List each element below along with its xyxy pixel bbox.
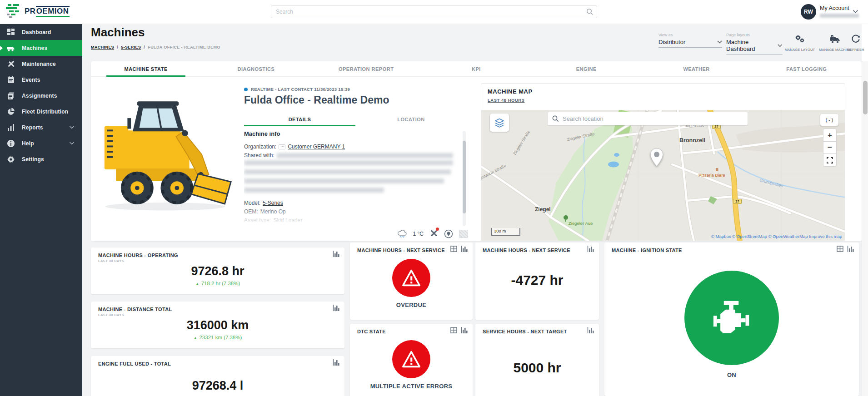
card-title: MACHINE HOURS - NEXT SERVICE [483,248,570,253]
page-layouts-value[interactable]: Machine Dashboard [726,39,783,54]
page-scrollbar[interactable] [862,61,868,396]
road-badge: 27 [733,199,742,204]
organization-link[interactable]: Customer GERMANY 1 [288,143,345,150]
bar-chart-icon[interactable] [333,251,340,257]
card-value: 9726.8 hr [91,264,344,278]
sidebar-item-machines[interactable]: Machines [0,40,82,56]
map-zoom-out-button[interactable]: − [823,141,837,154]
map-scale: 300 m [491,228,520,236]
map-attribution[interactable]: © Mapbox © OpenStreetMap © OpenWeatherMa… [711,234,842,239]
model-row: Model: 5-Series [244,199,461,207]
map-search-box[interactable]: Search location [548,112,748,125]
bar-chart-icon[interactable] [461,327,468,333]
kpi-card-next-service-state: MACHINE HOURS - NEXT SERVICE OVERDUE [350,243,473,320]
map-range-link[interactable]: LAST 48 HOURS [488,98,524,103]
map-marker-pin[interactable] [650,148,663,167]
map-label-town: Bronnzell [679,137,705,144]
gears-icon [794,35,805,44]
sidebar-item-dashboard[interactable]: Dashboard [0,24,82,40]
tab-machine-state[interactable]: MACHINE STATE [91,61,201,76]
table-icon[interactable] [450,327,457,333]
map-label-poi: Pizzeria Biere [698,173,725,178]
bar-chart-icon[interactable] [587,246,594,252]
tab-diagnostics[interactable]: DIAGNOSTICS [201,61,311,76]
map-canvas[interactable]: Jägerhaus Ziegeler Straße Ziegeler Straß… [481,110,845,241]
account-chevron-down-icon[interactable] [853,10,858,14]
tab-fast-logging[interactable]: FAST LOGGING [752,61,862,76]
table-icon[interactable] [837,246,843,252]
refresh-button[interactable]: REFRESH [844,35,867,52]
sidebar-item-settings[interactable]: Settings [0,151,82,167]
sidebar-item-label: Maintenance [22,61,56,67]
location-pin-icon[interactable] [444,229,453,238]
search-icon[interactable] [586,8,594,15]
sidebar-item-label: Settings [22,156,44,163]
tab-engine[interactable]: ENGINE [531,61,641,76]
page-scrollbar-thumb[interactable] [863,81,868,114]
card-status: OVERDUE [350,302,473,308]
tab-kpi[interactable]: KPI [421,61,531,76]
bar-chart-icon[interactable] [847,246,854,252]
sidebar-item-fleet-distribution[interactable]: Fleet Distribution [0,104,82,119]
account-label[interactable]: My Account [820,5,849,11]
asset-type-row: Asset type: Skid Loader [244,217,461,224]
sidebar-item-reports[interactable]: Reports [0,119,82,135]
oem-label: OEM: [244,208,258,215]
sidebar-item-label: Events [22,77,40,83]
card-title: MACHINE HOURS - NEXT SERVICE [357,248,445,253]
map-layers-button[interactable] [490,114,509,132]
weather-rain-icon [397,230,407,238]
dashboard-icon [7,28,15,36]
fullscreen-icon [827,157,833,163]
tab-operation-report[interactable]: OPERATION REPORT [311,61,421,76]
avatar[interactable]: RW [801,4,816,20]
sidebar-item-assignments[interactable]: Assignments [0,88,82,104]
brand-logo[interactable]: PROEMION [5,3,70,20]
sidebar-item-events[interactable]: Events [0,72,82,88]
global-search [271,5,597,18]
search-input[interactable] [271,5,597,18]
view-as-value[interactable]: Distributor [658,39,722,48]
tab-weather[interactable]: WEATHER [641,61,751,76]
manage-layout-button[interactable]: MANAGE LAYOUT [783,35,817,52]
sidebar-item-help[interactable]: Help [0,135,82,151]
service-tools-button[interactable] [429,229,438,239]
map-title: MACHINE MAP [488,88,533,95]
info-icon [7,139,15,148]
map-zoom-in-button[interactable]: + [823,129,837,141]
subtab-location[interactable]: LOCATION [355,112,467,126]
ignition-status-circle [684,271,779,365]
breadcrumb-machines[interactable]: MACHINES [91,45,114,50]
sidebar-item-label: Fleet Distribution [22,109,68,115]
info-scrollbar[interactable] [463,131,466,226]
machine-quick-icons: 1 °C [390,228,468,240]
card-title: MACHINE - DISTANCE TOTAL [98,307,172,312]
map-fullscreen-button[interactable] [823,154,837,167]
kpi-card-service-hours-target: SERVICE HOURS - NEXT TARGET 5000 hr [475,324,599,396]
map-coordinates-button[interactable]: ( - ) [820,114,838,126]
map-search-placeholder: Search location [563,115,604,122]
bar-chart-icon [7,124,15,132]
subtab-details[interactable]: DETAILS [244,112,355,126]
sidebar: Dashboard Machines Maintenance Events As… [0,24,82,396]
bar-chart-icon[interactable] [333,359,340,366]
bar-chart-icon[interactable] [333,305,340,311]
card-delta: ▲23321 km (7.38%) [91,335,344,340]
shared-with-redacted [277,153,453,158]
card-value: 316000 km [91,318,344,332]
refresh-icon [851,35,861,44]
oem-value: Merino Op [260,208,286,215]
bar-chart-icon[interactable] [461,246,468,252]
table-icon[interactable] [450,246,457,252]
model-label: Model: [244,199,260,207]
model-link[interactable]: 5-Series [263,199,283,207]
proemion-logo-icon [5,3,20,20]
info-scrollbar-thumb[interactable] [463,141,466,213]
sidebar-item-maintenance[interactable]: Maintenance [0,56,82,72]
events-icon [7,76,15,84]
brand-wordmark: PROEMION [25,7,70,16]
page-title: Machines [91,25,145,40]
breadcrumb-series[interactable]: 5-SERIES [121,45,141,50]
bar-chart-icon[interactable] [587,327,594,333]
vin-value: I0359739070390877 [257,225,307,227]
